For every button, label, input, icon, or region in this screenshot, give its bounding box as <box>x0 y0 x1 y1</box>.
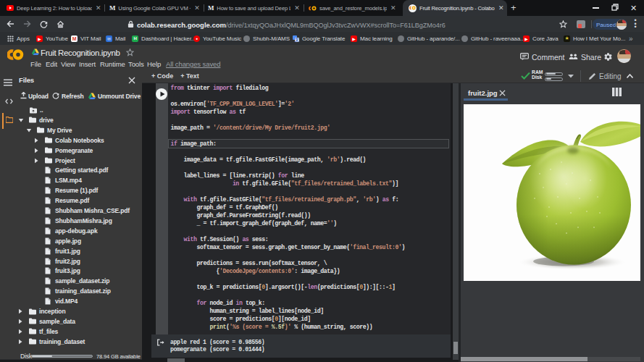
svg-text:文: 文 <box>294 37 299 42</box>
